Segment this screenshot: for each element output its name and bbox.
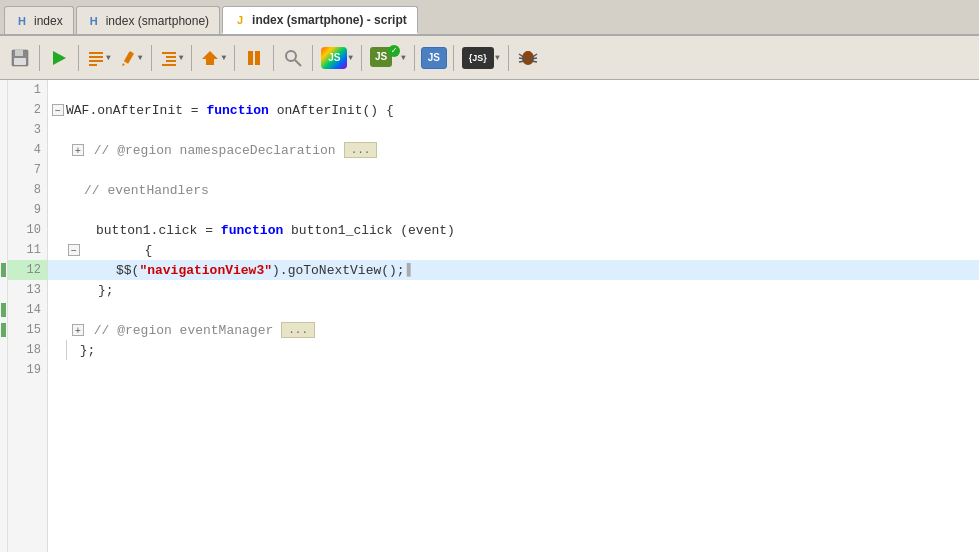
indent-button[interactable]: ▼ <box>157 43 187 73</box>
line-num-1: 1 <box>8 80 47 100</box>
search-icon <box>283 48 303 68</box>
code-line-1 <box>48 80 979 100</box>
line-num-4: 4 <box>8 140 47 160</box>
sep-9 <box>414 45 415 71</box>
fold-minus-11[interactable]: − <box>68 244 80 256</box>
tab-index-smartphone-icon: H <box>87 14 101 28</box>
spider-button[interactable] <box>514 43 542 73</box>
format-dropdown-arrow: ▼ <box>106 53 111 62</box>
sep-1 <box>39 45 40 71</box>
js-rainbow-dropdown-arrow: ▼ <box>348 53 353 62</box>
code-line-9 <box>48 200 979 220</box>
line-num-8: 8 <box>8 180 47 200</box>
run-button[interactable] <box>45 43 73 73</box>
pause-icon <box>245 49 263 67</box>
svg-line-22 <box>519 58 525 59</box>
sep-7 <box>312 45 313 71</box>
line-num-3: 3 <box>8 120 47 140</box>
svg-marker-3 <box>53 51 66 65</box>
arrow-icon <box>200 49 220 67</box>
margin-line-2 <box>0 100 7 120</box>
indent-dropdown-arrow: ▼ <box>179 53 184 62</box>
margin-line-3 <box>0 120 7 140</box>
region-btn-eventmanager[interactable]: ... <box>281 322 315 338</box>
line-num-15: 15 <box>8 320 47 340</box>
js-check-button[interactable]: JS ✓ ▼ <box>367 43 409 73</box>
margin-line-10 <box>0 260 7 280</box>
code-line-13: }; <box>48 280 979 300</box>
js-rainbow-icon: JS <box>321 47 347 69</box>
svg-line-25 <box>531 58 537 59</box>
code-scroll[interactable]: − WAF.onAfterInit = function onAfterInit… <box>48 80 979 552</box>
code-line-3 <box>48 120 979 140</box>
region-btn-namespace[interactable]: ... <box>344 142 378 158</box>
margin-line-9 <box>0 240 7 260</box>
svg-rect-6 <box>89 60 103 62</box>
sep-10 <box>453 45 454 71</box>
margin-line-1 <box>0 80 7 100</box>
fold-minus-2[interactable]: − <box>52 104 64 116</box>
tab-index-icon: H <box>15 14 29 28</box>
save-button[interactable] <box>6 43 34 73</box>
code-line-15: + // @region eventManager ... <box>48 320 979 340</box>
arrow-button[interactable]: ▼ <box>197 43 229 73</box>
fold-plus-4[interactable]: + <box>72 144 84 156</box>
svg-rect-13 <box>162 64 176 66</box>
margin-line-7 <box>0 200 7 220</box>
svg-rect-1 <box>15 50 23 56</box>
tab-index-script-icon: J <box>233 13 247 27</box>
sep-3 <box>151 45 152 71</box>
js-curly-button[interactable]: {JS} ▼ <box>459 43 503 73</box>
margin-line-5 <box>0 160 7 180</box>
margin-line-6 <box>0 180 7 200</box>
svg-rect-16 <box>255 51 260 65</box>
toolbar: ▼ ▼ ▼ ▼ <box>0 36 979 80</box>
svg-rect-5 <box>89 56 103 58</box>
margin-line-12 <box>0 300 7 320</box>
tab-index-smartphone[interactable]: H index (smartphone) <box>76 6 220 34</box>
js-blue-icon: JS <box>421 47 447 69</box>
format-button[interactable]: ▼ <box>84 43 114 73</box>
svg-rect-7 <box>89 64 97 66</box>
svg-rect-8 <box>124 50 134 63</box>
code-area: 1 2 3 4 7 8 9 10 11 12 13 14 15 18 19 − … <box>0 80 979 552</box>
search-button[interactable] <box>279 43 307 73</box>
format-icon <box>87 49 105 67</box>
code-line-7 <box>48 160 979 180</box>
margin-line-15 <box>0 360 7 380</box>
svg-point-17 <box>286 51 296 61</box>
svg-marker-14 <box>202 51 218 65</box>
line-num-14: 14 <box>8 300 47 320</box>
line-num-2: 2 <box>8 100 47 120</box>
svg-rect-11 <box>166 56 176 58</box>
pause-button[interactable] <box>240 43 268 73</box>
pencil-button[interactable]: ▼ <box>116 43 146 73</box>
margin-line-8 <box>0 220 7 240</box>
sep-8 <box>361 45 362 71</box>
js-blue-button[interactable]: JS <box>420 43 448 73</box>
tab-index-label: index <box>34 14 63 28</box>
code-content: − WAF.onAfterInit = function onAfterInit… <box>48 80 979 380</box>
code-line-2: − WAF.onAfterInit = function onAfterInit… <box>48 100 979 120</box>
line-num-10: 10 <box>8 220 47 240</box>
margin-line-14 <box>0 340 7 360</box>
sep-11 <box>508 45 509 71</box>
line-num-19: 19 <box>8 360 47 380</box>
code-line-14 <box>48 300 979 320</box>
tab-index-smartphone-script[interactable]: J index (smartphone) - script <box>222 6 418 34</box>
code-line-12: $$("navigationView3").goToNextView(); ▌ <box>48 260 979 280</box>
js-rainbow-button[interactable]: JS ▼ <box>318 43 356 73</box>
sep-6 <box>273 45 274 71</box>
tab-index[interactable]: H index <box>4 6 74 34</box>
pencil-icon <box>119 49 137 67</box>
spider-icon <box>517 48 539 68</box>
svg-rect-4 <box>89 52 103 54</box>
js-curly-dropdown-arrow: ▼ <box>495 53 500 62</box>
line-num-12: 12 <box>8 260 47 280</box>
js-check-dropdown-arrow: ▼ <box>401 53 406 62</box>
fold-plus-15[interactable]: + <box>72 324 84 336</box>
svg-marker-9 <box>122 63 125 66</box>
margin-line-11 <box>0 280 7 300</box>
svg-point-20 <box>525 51 531 57</box>
tab-index-script-label: index (smartphone) - script <box>252 13 407 27</box>
